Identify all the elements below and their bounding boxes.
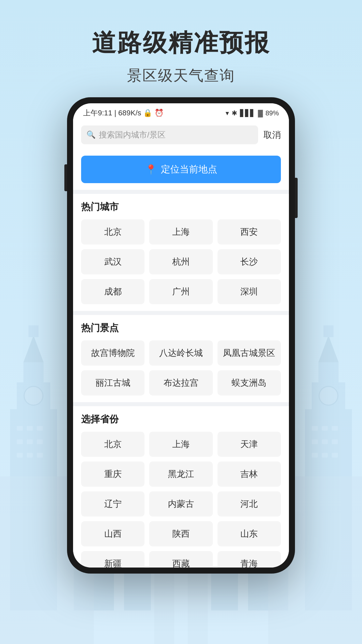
svg-rect-48 xyxy=(322,453,328,458)
province-item[interactable]: 青海 xyxy=(218,551,281,568)
province-item[interactable]: 西藏 xyxy=(149,551,213,568)
hot-city-item[interactable]: 北京 xyxy=(81,219,144,245)
province-item[interactable]: 辽宁 xyxy=(81,491,144,517)
location-pin-icon: 📍 xyxy=(145,164,157,175)
hot-city-item[interactable]: 成都 xyxy=(81,279,144,304)
hot-cities-grid: 北京上海西安武汉杭州长沙成都广州深圳 xyxy=(81,219,281,304)
hot-city-item[interactable]: 杭州 xyxy=(149,249,213,274)
svg-rect-40 xyxy=(37,453,43,458)
hot-city-item[interactable]: 上海 xyxy=(149,219,213,245)
page-title-sub: 景区级天气查询 xyxy=(0,66,362,86)
province-item[interactable]: 重庆 xyxy=(81,462,144,487)
svg-rect-38 xyxy=(17,453,23,458)
hot-cities-title: 热门城市 xyxy=(81,201,281,213)
svg-marker-16 xyxy=(318,335,339,362)
province-item[interactable]: 山西 xyxy=(81,521,144,546)
search-bar-container: 🔍 搜索国内城市/景区 取消 xyxy=(73,121,289,149)
svg-point-18 xyxy=(319,386,338,405)
svg-rect-37 xyxy=(37,439,43,444)
svg-rect-46 xyxy=(332,439,338,444)
hot-cities-section: 热门城市 北京上海西安武汉杭州长沙成都广州深圳 xyxy=(73,194,289,311)
phone-frame: 上午9:11 | 689K/s 🔒 ⏰ ▾ ✱ ▋▋▋ ▓ 89% 🔍 搜 xyxy=(67,97,295,574)
hot-city-item[interactable]: 深圳 xyxy=(218,279,281,304)
province-item[interactable]: 北京 xyxy=(81,432,144,457)
search-icon: 🔍 xyxy=(86,130,96,139)
svg-rect-42 xyxy=(322,426,328,431)
battery-level: 89% xyxy=(265,109,279,117)
svg-rect-2 xyxy=(23,362,44,386)
status-time: 上午9:11 | 689K/s 🔒 ⏰ xyxy=(83,108,164,118)
status-icons: ▾ ✱ ▋▋▋ ▓ 89% xyxy=(226,109,279,117)
provinces-title: 选择省份 xyxy=(81,413,281,426)
locate-button-label: 定位当前地点 xyxy=(161,163,217,176)
svg-rect-29 xyxy=(295,476,362,644)
svg-rect-34 xyxy=(37,426,43,431)
hot-spot-item[interactable]: 布达拉宫 xyxy=(149,370,213,395)
province-item[interactable]: 黑龙江 xyxy=(149,462,213,487)
province-item[interactable]: 新疆 xyxy=(81,551,144,568)
svg-rect-45 xyxy=(322,439,328,444)
hot-spots-section: 热门景点 故宫博物院八达岭长城凤凰古城景区丽江古城布达拉宫蜈支洲岛 xyxy=(73,315,289,402)
province-item[interactable]: 吉林 xyxy=(218,462,281,487)
svg-rect-32 xyxy=(17,426,23,431)
location-button-section: 📍 定位当前地点 xyxy=(73,149,289,190)
search-input-wrap[interactable]: 🔍 搜索国内城市/景区 xyxy=(81,125,258,144)
svg-rect-44 xyxy=(312,439,318,444)
svg-rect-36 xyxy=(27,439,33,444)
signal-icon: ▋▋▋ xyxy=(240,109,255,117)
provinces-section: 选择省份 北京上海天津重庆黑龙江吉林辽宁内蒙古河北山西陕西山东新疆西藏青海 xyxy=(73,406,289,568)
hot-spot-item[interactable]: 故宫博物院 xyxy=(81,340,144,366)
scroll-content[interactable]: 📍 定位当前地点 热门城市 北京上海西安武汉杭州长沙成都广州深圳 热门景点 故宫… xyxy=(73,149,289,568)
hot-city-item[interactable]: 广州 xyxy=(149,279,213,304)
svg-rect-41 xyxy=(312,426,318,431)
svg-rect-33 xyxy=(27,426,33,431)
svg-rect-4 xyxy=(28,325,39,337)
svg-marker-3 xyxy=(23,335,44,362)
hot-spots-title: 热门景点 xyxy=(81,322,281,334)
bluetooth-icon: ✱ xyxy=(232,109,237,117)
province-item[interactable]: 河北 xyxy=(218,491,281,517)
province-item[interactable]: 山东 xyxy=(218,521,281,546)
wifi-icon: ▾ xyxy=(226,109,229,117)
svg-rect-35 xyxy=(17,439,23,444)
province-item[interactable]: 陕西 xyxy=(149,521,213,546)
phone-screen: 上午9:11 | 689K/s 🔒 ⏰ ▾ ✱ ▋▋▋ ▓ 89% 🔍 搜 xyxy=(73,103,289,568)
svg-rect-26 xyxy=(0,476,67,644)
provinces-grid: 北京上海天津重庆黑龙江吉林辽宁内蒙古河北山西陕西山东新疆西藏青海 xyxy=(81,432,281,568)
hot-spots-grid: 故宫博物院八达岭长城凤凰古城景区丽江古城布达拉宫蜈支洲岛 xyxy=(81,340,281,395)
hot-city-item[interactable]: 长沙 xyxy=(218,249,281,274)
svg-rect-39 xyxy=(27,453,33,458)
hot-spot-item[interactable]: 蜈支洲岛 xyxy=(218,370,281,395)
cancel-button[interactable]: 取消 xyxy=(263,129,281,141)
locate-button[interactable]: 📍 定位当前地点 xyxy=(81,156,281,183)
battery-icon: ▓ xyxy=(258,109,263,117)
province-item[interactable]: 上海 xyxy=(149,432,213,457)
page-title-main: 道路级精准预报 xyxy=(0,27,362,59)
search-input[interactable]: 搜索国内城市/景区 xyxy=(99,129,166,140)
province-item[interactable]: 内蒙古 xyxy=(149,491,213,517)
phone-mockup: 上午9:11 | 689K/s 🔒 ⏰ ▾ ✱ ▋▋▋ ▓ 89% 🔍 搜 xyxy=(67,97,295,574)
hot-city-item[interactable]: 武汉 xyxy=(81,249,144,274)
status-bar: 上午9:11 | 689K/s 🔒 ⏰ ▾ ✱ ▋▋▋ ▓ 89% xyxy=(73,103,289,121)
svg-rect-47 xyxy=(312,453,318,458)
svg-rect-15 xyxy=(318,362,339,386)
hot-spot-item[interactable]: 凤凰古城景区 xyxy=(218,340,281,366)
hot-spot-item[interactable]: 八达岭长城 xyxy=(149,340,213,366)
svg-rect-49 xyxy=(332,453,338,458)
svg-point-5 xyxy=(24,386,43,405)
hot-city-item[interactable]: 西安 xyxy=(218,219,281,245)
svg-rect-17 xyxy=(323,325,334,337)
hot-spot-item[interactable]: 丽江古城 xyxy=(81,370,144,395)
province-item[interactable]: 天津 xyxy=(218,432,281,457)
svg-rect-43 xyxy=(332,426,338,431)
